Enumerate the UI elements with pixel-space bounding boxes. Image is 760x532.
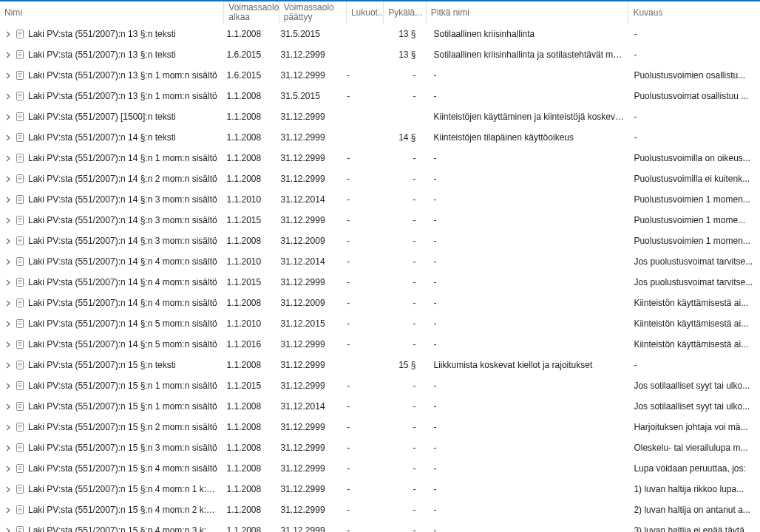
cell-pykala: - bbox=[379, 70, 423, 81]
table-row[interactable]: Laki PV:sta (551/2007):n 15 §:n 1 mom:n … bbox=[0, 375, 760, 396]
column-header-pitka-nimi[interactable]: Pitkä nimi bbox=[426, 1, 628, 24]
table-row[interactable]: Laki PV:sta (551/2007):n 14 §:n teksti1.… bbox=[0, 127, 760, 148]
column-header-pykala[interactable]: Pykälä... bbox=[383, 1, 426, 24]
cell-voimassaolo-paattyy: 31.12.2999 bbox=[276, 70, 343, 81]
cell-lukuot: - bbox=[342, 525, 379, 532]
document-icon bbox=[15, 422, 25, 432]
cell-pykala: - bbox=[379, 505, 423, 515]
cell-nimi: Laki PV:sta (551/2007):n 15 §:n 3 mom:n … bbox=[0, 443, 222, 453]
cell-pitka-nimi: - bbox=[424, 381, 630, 391]
table-row[interactable]: Laki PV:sta (551/2007):n 14 §:n 2 mom:n … bbox=[0, 168, 760, 189]
cell-kuvaus: 2) luvan haltija on antanut a... bbox=[629, 505, 760, 515]
column-header-voimassaolo-paattyy[interactable]: Voimassaolo päättyy bbox=[279, 1, 346, 24]
expand-icon[interactable] bbox=[4, 196, 12, 203]
document-icon bbox=[15, 91, 25, 101]
expand-icon[interactable] bbox=[4, 341, 12, 348]
expand-icon[interactable] bbox=[4, 258, 12, 265]
cell-kuvaus: Kiinteistön käyttämisestä ai... bbox=[629, 339, 760, 349]
cell-voimassaolo-alkaa: 1.1.2008 bbox=[222, 443, 276, 453]
table-row[interactable]: Laki PV:sta (551/2007):n 13 §:n 1 mom:n … bbox=[0, 86, 760, 106]
table-row[interactable]: Laki PV:sta (551/2007):n 15 §:n teksti1.… bbox=[0, 355, 760, 375]
document-icon bbox=[15, 339, 25, 349]
cell-kuvaus: Kiinteistön käyttämisestä ai... bbox=[629, 318, 760, 329]
cell-voimassaolo-paattyy: 31.12.2999 bbox=[276, 153, 343, 163]
table-row[interactable]: Laki PV:sta (551/2007):n 15 §:n 1 mom:n … bbox=[0, 396, 760, 417]
cell-voimassaolo-alkaa: 1.1.2010 bbox=[222, 318, 276, 329]
table-row[interactable]: Laki PV:sta (551/2007):n 13 §:n teksti1.… bbox=[0, 44, 760, 65]
expand-icon[interactable] bbox=[4, 113, 12, 120]
table-row[interactable]: Laki PV:sta (551/2007):n 13 §:n teksti1.… bbox=[0, 24, 760, 44]
table-row[interactable]: Laki PV:sta (551/2007):n 15 §:n 2 mom:n … bbox=[0, 417, 760, 437]
expand-icon[interactable] bbox=[4, 92, 12, 100]
expand-icon[interactable] bbox=[4, 527, 12, 532]
table-row[interactable]: Laki PV:sta (551/2007):n 14 §:n 3 mom:n … bbox=[0, 231, 760, 251]
document-icon bbox=[15, 174, 25, 184]
column-header-kuvaus[interactable]: Kuvaus bbox=[628, 1, 760, 24]
expand-icon[interactable] bbox=[4, 216, 12, 224]
table-row[interactable]: Laki PV:sta (551/2007):n 14 §:n 4 mom:n … bbox=[0, 293, 760, 313]
cell-nimi: Laki PV:sta (551/2007):n 15 §:n 2 mom:n … bbox=[0, 422, 222, 432]
cell-voimassaolo-paattyy: 31.12.2999 bbox=[276, 525, 343, 532]
table-row[interactable]: Laki PV:sta (551/2007):n 14 §:n 5 mom:n … bbox=[0, 313, 760, 334]
table-row[interactable]: Laki PV:sta (551/2007):n 14 §:n 1 mom:n … bbox=[0, 148, 760, 168]
expand-icon[interactable] bbox=[4, 51, 12, 58]
table-row[interactable]: Laki PV:sta (551/2007):n 15 §:n 4 mom:n … bbox=[0, 479, 760, 499]
expand-icon[interactable] bbox=[4, 237, 12, 245]
table-row[interactable]: Laki PV:sta (551/2007):n 14 §:n 4 mom:n … bbox=[0, 272, 760, 293]
cell-nimi: Laki PV:sta (551/2007):n 13 §:n 1 mom:n … bbox=[0, 70, 222, 81]
expand-icon[interactable] bbox=[4, 465, 12, 472]
cell-kuvaus: - bbox=[629, 112, 760, 122]
cell-lukuot: - bbox=[342, 381, 379, 391]
cell-voimassaolo-paattyy: 31.12.2999 bbox=[276, 174, 343, 184]
column-header-label: alkaa bbox=[228, 13, 274, 22]
document-icon bbox=[15, 112, 25, 122]
cell-pykala: - bbox=[379, 256, 423, 267]
cell-pykala: - bbox=[379, 153, 423, 163]
row-name: Laki PV:sta (551/2007):n 14 §:n 3 mom:n … bbox=[28, 215, 217, 225]
cell-pykala: - bbox=[379, 401, 423, 412]
expand-icon[interactable] bbox=[4, 361, 12, 369]
column-header-voimassaolo-alkaa[interactable]: Voimassaolo alkaa bbox=[223, 1, 278, 24]
expand-icon[interactable] bbox=[4, 299, 12, 307]
table-row[interactable]: Laki PV:sta (551/2007):n 13 §:n 1 mom:n … bbox=[0, 65, 760, 86]
expand-icon[interactable] bbox=[4, 423, 12, 431]
table-row[interactable]: Laki PV:sta (551/2007):n 15 §:n 4 mom:n … bbox=[0, 458, 760, 479]
document-icon bbox=[15, 525, 25, 532]
expand-icon[interactable] bbox=[4, 485, 12, 493]
column-header-label: Nimi bbox=[4, 8, 219, 18]
cell-lukuot: - bbox=[342, 298, 379, 308]
column-header-label: päättyy bbox=[284, 13, 342, 22]
table-row[interactable]: Laki PV:sta (551/2007):n 15 §:n 3 mom:n … bbox=[0, 437, 760, 458]
cell-nimi: Laki PV:sta (551/2007):n 14 §:n 5 mom:n … bbox=[0, 339, 222, 349]
expand-icon[interactable] bbox=[4, 320, 12, 327]
expand-icon[interactable] bbox=[4, 154, 12, 162]
expand-icon[interactable] bbox=[4, 72, 12, 79]
table-row[interactable]: Laki PV:sta (551/2007):n 15 §:n 4 mom:n … bbox=[0, 499, 760, 520]
expand-icon[interactable] bbox=[4, 506, 12, 514]
expand-icon[interactable] bbox=[4, 134, 12, 141]
table-row[interactable]: Laki PV:sta (551/2007) [1500]:n teksti1.… bbox=[0, 106, 760, 127]
table-row[interactable]: Laki PV:sta (551/2007):n 15 §:n 4 mom:n … bbox=[0, 520, 760, 532]
column-header-lukuot[interactable]: Lukuot... bbox=[346, 1, 383, 24]
expand-icon[interactable] bbox=[4, 30, 12, 38]
table-row[interactable]: Laki PV:sta (551/2007):n 14 §:n 4 mom:n … bbox=[0, 251, 760, 272]
table-row[interactable]: Laki PV:sta (551/2007):n 14 §:n 3 mom:n … bbox=[0, 189, 760, 210]
document-icon bbox=[15, 256, 25, 267]
expand-icon[interactable] bbox=[4, 175, 12, 183]
expand-icon[interactable] bbox=[4, 382, 12, 389]
table-row[interactable]: Laki PV:sta (551/2007):n 14 §:n 3 mom:n … bbox=[0, 210, 760, 231]
table-row[interactable]: Laki PV:sta (551/2007):n 14 §:n 5 mom:n … bbox=[0, 334, 760, 355]
column-header-nimi[interactable]: Nimi bbox=[0, 1, 223, 24]
cell-voimassaolo-alkaa: 1.6.2015 bbox=[222, 50, 276, 60]
expand-icon[interactable] bbox=[4, 444, 12, 451]
cell-voimassaolo-alkaa: 1.1.2008 bbox=[222, 29, 276, 39]
cell-lukuot: - bbox=[342, 174, 379, 184]
expand-icon[interactable] bbox=[4, 279, 12, 286]
cell-voimassaolo-alkaa: 1.1.2008 bbox=[222, 422, 276, 432]
cell-pykala: - bbox=[379, 194, 423, 205]
cell-kuvaus: Puolustusvoimilla ei kuitenk... bbox=[629, 174, 760, 184]
cell-kuvaus: - bbox=[629, 132, 760, 143]
cell-voimassaolo-alkaa: 1.1.2008 bbox=[222, 484, 276, 494]
cell-pykala: - bbox=[379, 443, 423, 453]
expand-icon[interactable] bbox=[4, 403, 12, 410]
